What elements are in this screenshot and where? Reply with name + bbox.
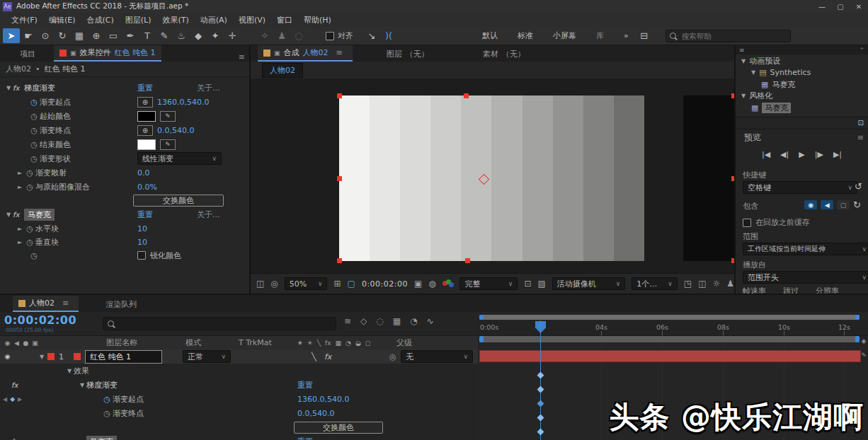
previous-keyframe-icon[interactable]: ◀	[3, 396, 7, 403]
reset-preview-icon[interactable]: ↺	[855, 181, 862, 192]
prop-value[interactable]: 0.0,540.0	[297, 409, 334, 418]
type-tool-icon[interactable]: T	[139, 28, 156, 43]
prop-label[interactable]: 渐变终点	[113, 408, 144, 419]
snap-checkbox[interactable]	[326, 32, 334, 40]
eyedropper-icon[interactable]: ✎	[160, 139, 176, 150]
layer-expand-icon[interactable]: ▼	[38, 354, 46, 360]
panel-strip-icon[interactable]: ≡	[739, 47, 745, 54]
pen-tool-icon[interactable]: ✒	[122, 28, 139, 43]
camera-view-dropdown[interactable]: 活动摄像机 ∨	[552, 277, 625, 290]
exposure-adjust-icon[interactable]: ♟	[726, 279, 734, 289]
cache-before-playback-checkbox[interactable]	[743, 219, 751, 227]
prop-label[interactable]: 渐变散射	[35, 168, 67, 178]
effect-name[interactable]: 马赛克	[24, 209, 55, 221]
prop-value[interactable]: 10	[137, 238, 147, 247]
layer-name-header[interactable]: 图层名称	[106, 337, 137, 348]
comp-mini-flowchart-icon[interactable]: ≋	[344, 316, 351, 326]
keyframe-diamond[interactable]	[537, 386, 544, 393]
next-frame-button[interactable]: |▶	[815, 150, 823, 159]
keyframe-diamond[interactable]	[537, 429, 544, 436]
view-options-icon[interactable]: ◳	[684, 279, 692, 289]
pixel-aspect-icon[interactable]: ◫	[698, 279, 706, 289]
ramp-start-row[interactable]: ◀ ◆ ▶ ◷ 渐变起点 1360.0,540.0	[0, 392, 478, 406]
prop-label[interactable]: 渐变起点	[113, 394, 144, 405]
prop-value[interactable]: 0.0%	[137, 183, 157, 192]
prop-label[interactable]: 与原始图像混合	[35, 182, 90, 192]
prop-value[interactable]: 1360.0,540.0	[157, 98, 209, 107]
effects-presets-item[interactable]: ▼动画预设	[736, 55, 868, 67]
fx-badge-icon[interactable]: fx	[13, 211, 24, 219]
snapshot-icon[interactable]: ▣	[414, 279, 422, 289]
clone-stamp-tool-icon[interactable]: ♨	[173, 28, 190, 43]
stopwatch-icon[interactable]: ◷	[28, 154, 40, 163]
previous-frame-button[interactable]: ◀|	[780, 150, 789, 159]
extra-tool-3-icon[interactable]: ◌	[290, 28, 307, 43]
mosaic-row[interactable]: fx ► 马赛克 重置	[0, 434, 478, 440]
layer-row[interactable]: ◉ ▼ 1 红色 纯色 1 正常 ∨ ╲ fx ◎ 无 ∨	[0, 349, 478, 364]
selection-handle[interactable]	[464, 93, 469, 98]
work-area-bar[interactable]	[479, 336, 860, 342]
expand-icon[interactable]: ►	[16, 239, 24, 245]
comp-image[interactable]	[339, 95, 734, 261]
next-keyframe-icon[interactable]: ▶	[18, 396, 22, 403]
stopwatch-icon[interactable]: ◷	[24, 224, 35, 233]
motion-blur-icon[interactable]: ◔	[410, 316, 417, 326]
current-time-display[interactable]: 0:00:02:00	[4, 313, 76, 327]
prop-label[interactable]: 垂直块	[35, 237, 59, 248]
effect-row-gradient-ramp[interactable]: ▼ fx 梯度渐变 重置 关于...	[0, 81, 249, 95]
range-dropdown[interactable]: 工作区域按当前时间延伸 ∨	[743, 243, 868, 255]
reset-link[interactable]: 重置	[297, 436, 313, 440]
show-snapshot-icon[interactable]: ◍	[428, 279, 435, 289]
selection-handle[interactable]	[465, 258, 470, 263]
swap-colors-button[interactable]: 交换颜色	[133, 195, 224, 207]
draft-3d-icon[interactable]: ◇	[360, 316, 367, 326]
3d-layer-icon[interactable]: ◻	[365, 340, 370, 347]
grid-guides-icon[interactable]: ⊞	[333, 279, 341, 289]
stopwatch-icon[interactable]: ◷	[28, 98, 40, 107]
horizontal-scrollbar[interactable]	[479, 315, 860, 320]
workspace-switcher-icon[interactable]: ⊟	[636, 28, 653, 43]
end-color-swatch[interactable]	[137, 139, 156, 150]
selection-handle[interactable]	[731, 258, 734, 263]
comp-marker-bin-icon[interactable]: ◈	[862, 337, 867, 345]
adjustment-layer-icon[interactable]: ◒	[355, 340, 361, 347]
panel-menu-icon[interactable]: ≡	[332, 48, 347, 57]
position-button[interactable]: ⊕	[137, 125, 153, 136]
layer-eye-icon[interactable]: ◉	[3, 353, 12, 360]
pan-behind-tool-icon[interactable]: ⊕	[88, 28, 105, 43]
label-color-chip[interactable]	[47, 353, 55, 360]
resolution-dropdown[interactable]: 完整 ∨	[459, 277, 518, 290]
effect-row-mosaic[interactable]: ▼ fx 马赛克 重置 关于...	[0, 207, 249, 221]
workspace-default[interactable]: 默认	[482, 30, 498, 41]
stopwatch-icon[interactable]: ◷	[101, 395, 113, 404]
stopwatch-icon[interactable]: ◷	[24, 168, 35, 178]
first-frame-button[interactable]: |◀	[762, 150, 770, 159]
swap-colors-button[interactable]: 交换颜色	[294, 422, 383, 434]
tab-timeline-comp[interactable]: 人物02 ≡	[13, 296, 79, 312]
prop-label[interactable]: 结束颜色	[40, 139, 71, 150]
mode-header[interactable]: 模式	[185, 337, 201, 348]
stopwatch-icon[interactable]: ◷	[24, 183, 35, 192]
stopwatch-icon[interactable]: ◷	[24, 238, 35, 247]
audio-column-icon[interactable]: ◀	[12, 340, 21, 347]
stopwatch-icon[interactable]: ◷	[28, 126, 40, 135]
magnification-dropdown[interactable]: 50% ∨	[285, 277, 328, 290]
extra-tool-1-icon[interactable]: ✧	[256, 28, 273, 43]
workspace-libraries[interactable]: 库	[596, 30, 604, 41]
tab-layer[interactable]: 图层 （无）	[381, 47, 435, 62]
stopwatch-icon[interactable]: ◷	[28, 251, 40, 260]
effects-group-row[interactable]: ▼ 效果	[0, 364, 478, 378]
frame-blending-icon[interactable]: ▦	[393, 316, 401, 326]
loop-icon[interactable]: ↻	[853, 199, 861, 210]
prop-value[interactable]: 0.0,540.0	[157, 126, 194, 135]
play-from-dropdown[interactable]: 范围开头 ∨	[743, 271, 868, 284]
selection-handle[interactable]	[337, 176, 342, 181]
view-layout-dropdown[interactable]: 1个… ∨	[632, 277, 678, 290]
camera-tool-icon[interactable]: ▦	[71, 28, 88, 43]
selection-handle[interactable]	[337, 258, 342, 263]
keyframe-toggle-icon[interactable]: ◆	[10, 395, 15, 403]
effect-name[interactable]: 梯度渐变	[86, 380, 118, 390]
timeline-search-input[interactable]	[117, 318, 304, 330]
expand-icon[interactable]: ►	[16, 170, 24, 176]
ramp-end-row[interactable]: ◷ 渐变终点 0.0,540.0	[0, 406, 478, 420]
